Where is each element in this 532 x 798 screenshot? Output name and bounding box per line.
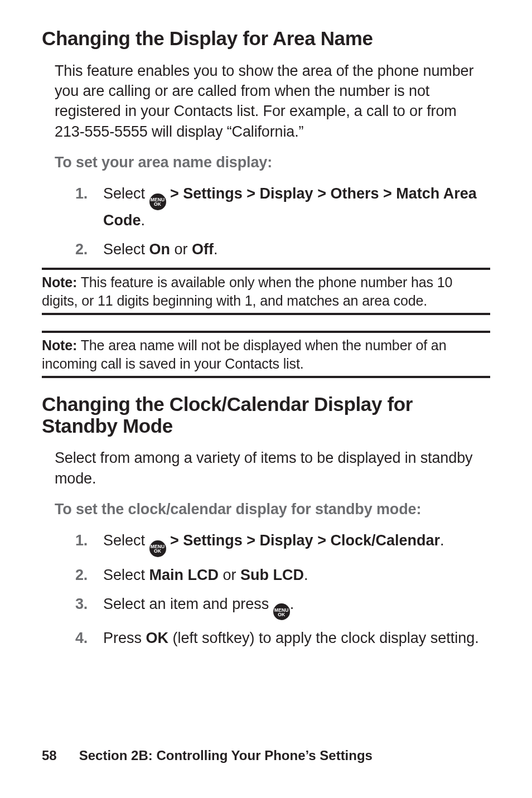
note-2: Note: The area name will not be displaye…: [42, 331, 490, 378]
option-off: Off: [192, 241, 214, 258]
step-text: Select: [103, 185, 149, 202]
step-number: 1.: [75, 183, 103, 205]
step-body: Select MENUOK > Settings > Display > Oth…: [103, 183, 490, 231]
section1-subheading: To set your area name display:: [55, 154, 490, 171]
step-text: (left softkey) to apply the clock displa…: [168, 630, 479, 646]
menu-ok-icon: MENUOK: [149, 540, 166, 557]
list-item: 2. Select Main LCD or Sub LCD.: [75, 565, 490, 586]
list-item: 1. Select MENUOK > Settings > Display > …: [75, 530, 490, 557]
step-text: Select: [103, 241, 149, 258]
step-tail: .: [214, 241, 218, 258]
menu-ok-icon: MENUOK: [149, 194, 166, 210]
page-number: 58: [42, 748, 57, 763]
page-footer: 58 Section 2B: Controlling Your Phone’s …: [42, 748, 373, 763]
step-body: Press OK (left softkey) to apply the clo…: [103, 628, 490, 649]
section1-steps: 1. Select MENUOK > Settings > Display > …: [42, 183, 490, 260]
step-text: Select: [103, 532, 149, 549]
step-number: 4.: [75, 628, 103, 649]
page: Changing the Display for Area Name This …: [0, 0, 532, 798]
section2-intro: Select from among a variety of items to …: [55, 448, 490, 489]
step-tail: .: [440, 532, 444, 549]
option-on: On: [149, 241, 171, 258]
step-number: 3.: [75, 594, 103, 615]
step-tail: .: [304, 567, 308, 583]
icon-label-bottom: OK: [278, 612, 285, 617]
step-number: 2.: [75, 239, 103, 260]
step-text: Select: [103, 567, 149, 583]
step-number: 1.: [75, 530, 103, 552]
menu-ok-icon: MENUOK: [273, 603, 290, 620]
step-number: 2.: [75, 565, 103, 586]
note-text: This feature is available only when the …: [42, 274, 452, 308]
note-text: The area name will not be displayed when…: [42, 337, 446, 371]
step-tail: .: [290, 596, 294, 612]
step-bold-path: > Settings > Display > Clock/Calendar: [166, 532, 440, 549]
step-body: Select On or Off.: [103, 239, 490, 260]
step-text: or: [219, 567, 240, 583]
section2-subheading: To set the clock/calendar display for st…: [55, 501, 490, 518]
footer-section-label: Section 2B: Controlling Your Phone’s Set…: [79, 748, 373, 763]
option-sublcd: Sub LCD: [240, 567, 304, 583]
step-text: or: [170, 241, 192, 258]
list-item: 3. Select an item and press MENUOK.: [75, 594, 490, 621]
step-tail: .: [141, 212, 146, 229]
section1-intro: This feature enables you to show the are…: [55, 61, 490, 142]
step-text: Select an item and press: [103, 596, 273, 612]
icon-label-bottom: OK: [154, 548, 161, 554]
note-label: Note:: [42, 274, 77, 290]
list-item: 1. Select MENUOK > Settings > Display > …: [75, 183, 490, 231]
note-label: Note:: [42, 337, 77, 353]
section2-title: Changing the Clock/Calendar Display for …: [42, 394, 490, 437]
section2-steps: 1. Select MENUOK > Settings > Display > …: [42, 530, 490, 649]
step-body: Select an item and press MENUOK.: [103, 594, 490, 621]
step-text: Press: [103, 630, 146, 646]
step-body: Select Main LCD or Sub LCD.: [103, 565, 490, 586]
list-item: 4. Press OK (left softkey) to apply the …: [75, 628, 490, 649]
step-body: Select MENUOK > Settings > Display > Clo…: [103, 530, 490, 557]
softkey-ok: OK: [146, 630, 169, 646]
icon-label-bottom: OK: [154, 201, 161, 207]
list-item: 2. Select On or Off.: [75, 239, 490, 260]
option-mainlcd: Main LCD: [149, 567, 219, 583]
note-1: Note: This feature is available only whe…: [42, 268, 490, 315]
section1-title: Changing the Display for Area Name: [42, 28, 490, 50]
